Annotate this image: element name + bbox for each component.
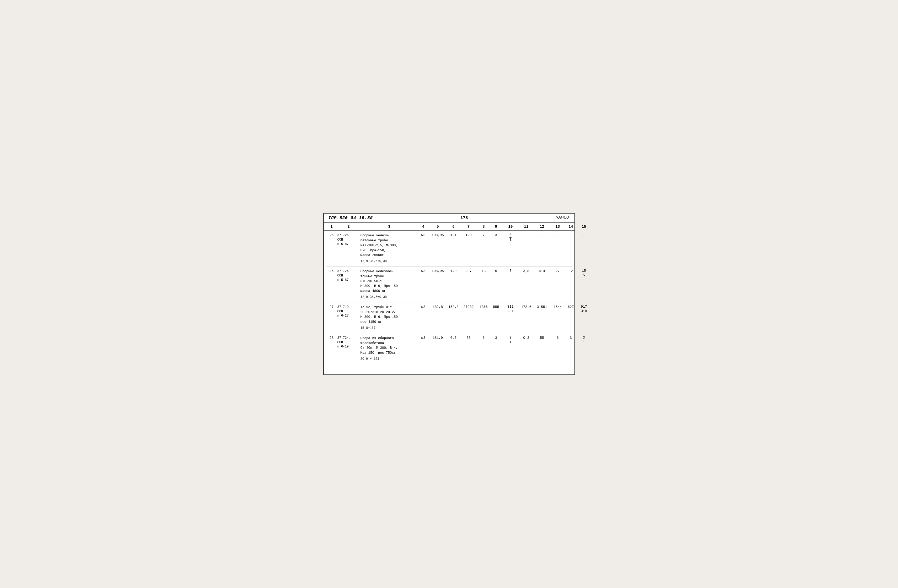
row-25-col10: 4 1 bbox=[502, 233, 519, 242]
row-26-col5: 108,95 bbox=[429, 269, 447, 273]
row-27-col11: 172,6 bbox=[519, 305, 534, 309]
col-header-14: 14 bbox=[565, 224, 577, 229]
row-25-desc: Сборные железо- бетонные трубы РКТ-10Н-2… bbox=[360, 233, 418, 264]
col-header-7: 7 bbox=[460, 224, 477, 229]
row-26-id: 26 bbox=[326, 269, 337, 273]
row-27-col10: 811 281 bbox=[502, 305, 519, 313]
row-27-col9: 555 bbox=[490, 305, 502, 309]
row-26-ref: 37-726 ССЦ п.5-87 bbox=[337, 269, 360, 282]
col-header-11: 11 bbox=[519, 224, 534, 229]
header-title-left: ТПР 820-04-19.85 bbox=[329, 216, 373, 220]
row-27-col6: 152,8 bbox=[447, 305, 460, 309]
col-header-2: 2 bbox=[337, 224, 360, 229]
col-header-15: 15 bbox=[577, 224, 591, 229]
row-25-col9: 3 bbox=[490, 233, 502, 237]
row-25-col4: м3 bbox=[418, 233, 429, 237]
header-title-center: -178- bbox=[458, 216, 471, 220]
row-28-col9: 3 bbox=[490, 336, 502, 340]
row-25-col8: 7 bbox=[477, 233, 490, 237]
row-27-col8: 1366 bbox=[477, 305, 490, 309]
row-25-col11: - bbox=[519, 233, 534, 237]
col-header-9: 9 bbox=[490, 224, 502, 229]
row-27-col14: 627 bbox=[565, 305, 577, 309]
row-27-col12: 31551 bbox=[534, 305, 550, 309]
row-28-desc: Опора из сборного железобетона Ст-40м, М… bbox=[360, 336, 418, 361]
header-title-right: 9203/8 bbox=[555, 216, 569, 220]
row-27-id: 27 bbox=[326, 305, 337, 309]
col-header-12: 12 bbox=[534, 224, 550, 229]
row-25-col6: 1,1 bbox=[447, 233, 460, 237]
row-27-col5: 182,8 bbox=[429, 305, 447, 309]
bottom-spacer bbox=[324, 364, 575, 375]
row-26-desc: Сборные железобе- тонные трубы РТБ-10.50… bbox=[360, 269, 418, 299]
col-header-8: 8 bbox=[477, 224, 490, 229]
col-header-3: 3 bbox=[360, 224, 418, 229]
table-body: 25 37-726 ССЦ п.5-87 Сборные железо- бет… bbox=[324, 230, 575, 364]
table-row: 25 37-726 ССЦ п.5-87 Сборные железо- бет… bbox=[326, 230, 572, 267]
col-header-5: 5 bbox=[429, 224, 447, 229]
row-28-col8: 6 bbox=[477, 336, 490, 340]
row-25-col13: - bbox=[550, 233, 565, 237]
row-28-col5: 181,9 bbox=[429, 336, 447, 340]
row-28-col11: 0,3 bbox=[519, 336, 534, 340]
row-28-col10: 3 1 bbox=[502, 336, 519, 344]
col-header-1: 1 bbox=[326, 224, 337, 229]
row-26-col9: 6 bbox=[490, 269, 502, 273]
col-header-6: 6 bbox=[447, 224, 460, 229]
row-28-id: 28 bbox=[326, 336, 337, 340]
row-27-col7: 27932 bbox=[460, 305, 477, 309]
row-26-col8: 13 bbox=[477, 269, 490, 273]
col-header-4: 4 bbox=[418, 224, 429, 229]
table-row: 26 37-726 ССЦ п.5-87 Сборные железобе- т… bbox=[326, 267, 572, 302]
row-27-col15: 917 318 bbox=[577, 305, 591, 313]
row-28-col4: м3 bbox=[418, 336, 429, 340]
row-27-col4: м3 bbox=[418, 305, 429, 309]
row-26-col10: 7 3 bbox=[502, 269, 519, 278]
row-27-col13: 1544 bbox=[550, 305, 565, 309]
table-row: 28 37-724а ССЦ п.6-19 Опора из сборного … bbox=[326, 333, 572, 364]
row-25-col5: 108,95 bbox=[429, 233, 447, 237]
row-27-ref: 37-719 ССЦ п.6-27 bbox=[337, 305, 360, 318]
row-25-ref: 37-726 ССЦ п.5-87 bbox=[337, 233, 360, 246]
row-26-col7: 207 bbox=[460, 269, 477, 273]
row-25-col14: - bbox=[565, 233, 577, 237]
row-28-col15: 3 1 bbox=[577, 336, 591, 344]
row-25-col15: - bbox=[577, 233, 591, 237]
col-header-10: 10 bbox=[502, 224, 519, 229]
page-header: ТПР 820-04-19.85 -178- 9203/8 bbox=[324, 213, 575, 223]
row-28-col14: 3 bbox=[565, 336, 577, 340]
row-26-col14: 12 bbox=[565, 269, 577, 273]
row-28-ref: 37-724а ССЦ п.6-19 bbox=[337, 336, 360, 349]
row-26-col12: 414 bbox=[534, 269, 550, 273]
page-container: ТПР 820-04-19.85 -178- 9203/8 1 2 3 4 5 … bbox=[323, 213, 575, 375]
column-headers: 1 2 3 4 5 6 7 8 9 10 11 12 13 14 15 bbox=[324, 223, 575, 230]
row-25-col7: 120 bbox=[460, 233, 477, 237]
row-26-col13: 27 bbox=[550, 269, 565, 273]
row-26-col4: м3 bbox=[418, 269, 429, 273]
row-28-col6: 0,3 bbox=[447, 336, 460, 340]
row-26-col6: 1,9 bbox=[447, 269, 460, 273]
row-27-desc: То же, трубы ПТУ 20-20/3ТП 20.20-2/ М-30… bbox=[360, 305, 418, 330]
row-28-col7: 55 bbox=[460, 336, 477, 340]
table-row: 27 37-719 ССЦ п.6-27 То же, трубы ПТУ 20… bbox=[326, 302, 572, 333]
row-25-id: 25 bbox=[326, 233, 337, 237]
row-28-col13: 6 bbox=[550, 336, 565, 340]
col-header-13: 13 bbox=[550, 224, 565, 229]
row-28-col12: 55 bbox=[534, 336, 550, 340]
row-25-col12: - bbox=[534, 233, 550, 237]
row-26-col15: 15 5 bbox=[577, 269, 591, 278]
row-26-col11: 3,8 bbox=[519, 269, 534, 273]
